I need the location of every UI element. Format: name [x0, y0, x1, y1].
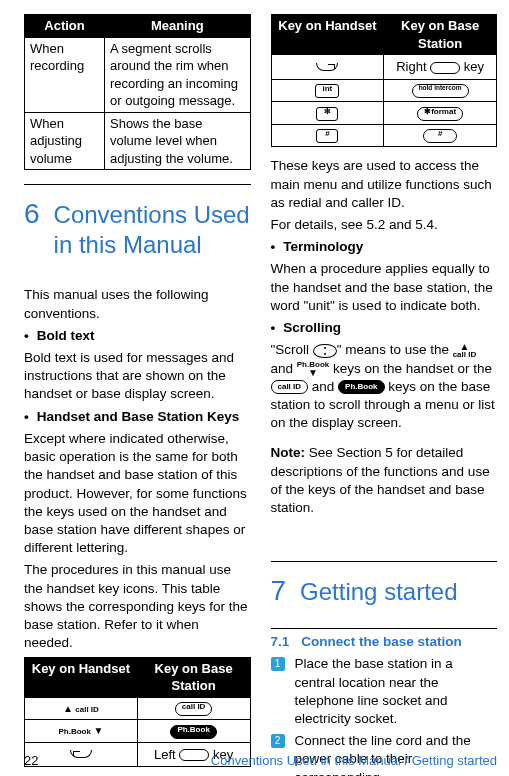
- key-mapping-table-right: Key on Handset Key on Base Station Right…: [271, 14, 498, 147]
- down-arrow-phbook-icon: Ph.Book ▼: [58, 727, 103, 736]
- subsection-7-1: 7.1 Connect the base station: [271, 633, 498, 651]
- th-base: Key on Base Station: [384, 15, 497, 55]
- details-ref-text: For details, see 5.2 and 5.4.: [271, 216, 498, 234]
- star-keycap-icon: ✻: [316, 107, 338, 121]
- intro-text: This manual uses the following conventio…: [24, 286, 251, 322]
- keys-body: Except where indicated otherwise, basic …: [24, 430, 251, 558]
- table-row: ▲ call ID call ID: [25, 697, 251, 720]
- down-arrow-phbook-icon: Ph.Book▼: [297, 361, 329, 377]
- page-number: 22: [24, 752, 38, 770]
- bullet-keys: Handset and Base Station Keys: [24, 408, 251, 426]
- step-marker-icon: 1: [271, 657, 285, 671]
- divider: [271, 561, 498, 562]
- up-arrow-callid-icon: ▲ call ID: [63, 705, 99, 714]
- key-mapping-table-left: Key on Handset Key on Base Station ▲ cal…: [24, 657, 251, 768]
- bullet-terminology: Terminology: [271, 238, 498, 256]
- th-handset: Key on Handset: [271, 15, 384, 55]
- keys-usage-text: These keys are used to access the main m…: [271, 157, 498, 212]
- action-meaning-table: Action Meaning When recording A segment …: [24, 14, 251, 170]
- step-marker-icon: 2: [271, 734, 285, 748]
- th-handset: Key on Handset: [25, 657, 138, 697]
- step-1: 1 Place the base station in a central lo…: [271, 655, 498, 728]
- divider: [24, 184, 251, 185]
- hash-keycap-icon: #: [423, 129, 457, 143]
- note: Note: See Section 5 for detailed descrip…: [271, 444, 498, 517]
- phbook-keycap-icon: Ph.Book: [170, 725, 216, 739]
- section-7-heading: 7 Getting started: [271, 572, 498, 610]
- table-row: # #: [271, 124, 497, 147]
- table-row: Right key: [271, 55, 497, 80]
- bullet-scrolling: Scrolling: [271, 319, 498, 337]
- th-action: Action: [25, 15, 105, 38]
- page-footer: 22 Conventions Used in this Manual / Get…: [24, 752, 497, 770]
- table-row: When adjusting volume Shows the base vol…: [25, 112, 251, 170]
- section-number: 6: [24, 195, 40, 233]
- section-title: Conventions Used in this Manual: [54, 200, 251, 260]
- table-row: int hold intercom: [271, 79, 497, 102]
- hold-intercom-keycap-icon: hold intercom: [412, 84, 469, 98]
- keys-body-2: The procedures in this manual use the ha…: [24, 561, 251, 652]
- breadcrumb: Conventions Used in this Manual / Gettin…: [211, 752, 497, 770]
- oval-key-icon: [430, 62, 460, 74]
- bold-text-body: Bold text is used for messages and instr…: [24, 349, 251, 404]
- bullet-bold-text: Bold text: [24, 327, 251, 345]
- terminology-body: When a procedure applies equally to the …: [271, 260, 498, 315]
- th-base: Key on Base Station: [137, 657, 250, 697]
- table-row: ✻ ✱format: [271, 102, 497, 125]
- section-title: Getting started: [300, 577, 457, 607]
- format-keycap-icon: ✱format: [417, 107, 463, 121]
- hash-abc-keycap-icon: #: [316, 129, 338, 143]
- phbook-keycap-icon: Ph.Book: [338, 380, 384, 394]
- table-row: When recording A segment scrolls around …: [25, 37, 251, 112]
- callid-keycap-icon: call ID: [271, 380, 309, 394]
- nav-key-icon: [313, 344, 337, 358]
- right-softkey-icon: [316, 63, 338, 71]
- callid-keycap-icon: call ID: [175, 702, 213, 716]
- divider: [271, 628, 498, 629]
- int-keycap-icon: int: [315, 84, 339, 98]
- scrolling-body: "Scroll " means to use the ▲call ID and …: [271, 341, 498, 432]
- table-row: Ph.Book ▼ Ph.Book: [25, 720, 251, 743]
- section-number: 7: [271, 572, 287, 610]
- section-6-heading: 6 Conventions Used in this Manual: [24, 195, 251, 260]
- th-meaning: Meaning: [104, 15, 250, 38]
- up-arrow-callid-icon: ▲call ID: [453, 343, 477, 359]
